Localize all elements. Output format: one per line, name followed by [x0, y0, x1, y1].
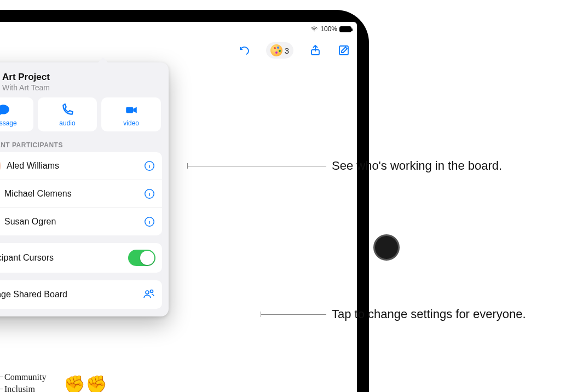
home-button[interactable]: [373, 234, 400, 261]
participant-row: 🧑 Susan Ogren: [0, 207, 162, 235]
message-icon: [0, 103, 10, 117]
svg-point-11: [151, 290, 153, 293]
participant-name: Aled Williams: [7, 161, 138, 171]
board-subtitle: With Art Team: [2, 83, 50, 92]
wifi-icon: [310, 25, 318, 33]
info-icon: [143, 216, 155, 228]
manage-icon: [142, 287, 155, 302]
participant-cursors-toggle[interactable]: [128, 250, 155, 266]
participant-cursors-row: Participant Cursors: [0, 243, 162, 273]
callout-leader-line: [187, 166, 326, 166]
compose-button[interactable]: [337, 44, 350, 57]
palette-icon: [270, 44, 282, 56]
collab-count: 3: [285, 46, 289, 55]
participant-name: Michael Clemens: [4, 189, 138, 199]
video-icon: [124, 103, 139, 117]
toolbar: 3: [0, 38, 357, 62]
callout-participants: See who's working in the board.: [332, 158, 529, 174]
video-label: video: [123, 119, 139, 127]
info-icon: [143, 160, 155, 172]
participant-name: Susan Ogren: [4, 217, 138, 227]
participants-card: 🧑 Aled Williams 🧑 Michael Clemens: [0, 152, 162, 235]
callout-tick: [187, 163, 188, 169]
message-button[interactable]: message: [0, 97, 33, 131]
participant-row: 🧑 Aled Williams: [0, 152, 162, 180]
undo-button[interactable]: [238, 44, 251, 57]
participant-info-button[interactable]: [143, 160, 155, 172]
collaboration-button[interactable]: 3: [266, 42, 293, 59]
participant-row: 🧑 Michael Clemens: [0, 180, 162, 207]
callout-tick: [261, 312, 261, 317]
message-label: message: [0, 119, 17, 127]
participant-cursors-label: Participant Cursors: [0, 253, 54, 263]
ipad-frame: 100% 3: [0, 10, 369, 392]
fist-stickers: ✊✊: [64, 374, 107, 392]
board-title: Art Project: [2, 72, 50, 83]
manage-label: Manage Shared Board: [0, 290, 67, 299]
callout-leader-line: [261, 314, 326, 315]
participants-section-label: CURRENT PARTICIPANTS: [0, 141, 159, 149]
ipad-screen: 100% 3: [0, 22, 357, 392]
canvas-branch-list: Community Inclusim Food History Local Bu…: [0, 371, 65, 392]
battery-percent: 100%: [320, 25, 337, 33]
share-button[interactable]: [309, 44, 322, 57]
action-row: message audio video: [0, 97, 162, 131]
svg-rect-5: [339, 46, 348, 55]
collaboration-popover: Art Project With Art Team message audio …: [0, 62, 169, 316]
battery-icon: [339, 26, 351, 32]
info-icon: [143, 188, 155, 200]
svg-point-0: [314, 31, 315, 32]
audio-button[interactable]: audio: [38, 97, 97, 131]
phone-icon: [60, 103, 74, 117]
video-button[interactable]: video: [101, 97, 161, 131]
participant-info-button[interactable]: [143, 188, 155, 200]
popover-header: Art Project With Art Team: [0, 69, 162, 97]
participant-info-button[interactable]: [143, 216, 155, 228]
callout-manage: Tap to change settings for everyone.: [332, 306, 529, 322]
svg-rect-6: [126, 107, 133, 113]
avatar: 🧑: [0, 158, 1, 174]
svg-point-10: [146, 291, 149, 294]
status-bar: 100%: [305, 22, 357, 36]
audio-label: audio: [59, 119, 75, 127]
manage-shared-board-button[interactable]: Manage Shared Board: [0, 280, 162, 309]
